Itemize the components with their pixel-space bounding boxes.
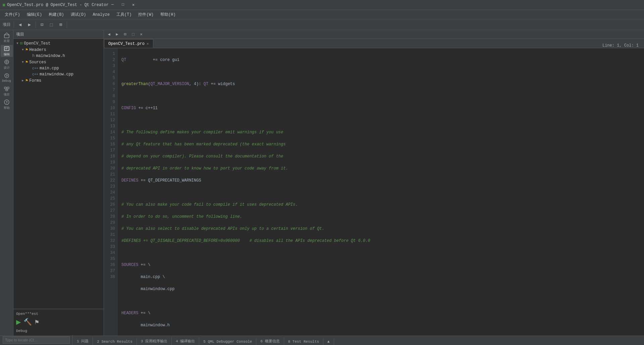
debug-label: Debug [2,79,11,83]
code-line-24 [121,334,644,336]
root-icon: ⊡ [20,41,22,46]
maximize-button[interactable]: □ [119,2,127,8]
build-button[interactable]: 🔨 [23,318,32,326]
menu-tools[interactable]: 工具(T) [113,10,135,19]
bottom-tab-search-results[interactable]: 2 Search Results [93,338,137,345]
code-line-2 [121,69,644,75]
code-line-17 [121,250,644,256]
root-name: OpenCV_Test [24,41,50,46]
code-content[interactable]: QT += core gui greaterThan(QT_MAJOR_VERS… [117,48,644,336]
tab-close[interactable]: ✕ [138,31,145,38]
tab-opencv-test-pro[interactable]: OpenCV_Test.pro ✕ [104,39,153,48]
menu-controls[interactable]: 控件(W) [135,10,157,19]
tree-mainwindow-h[interactable]: h mainwindow.h [13,53,104,59]
tree-mainwindow-cpp[interactable]: c++ mainwindow.cpp [13,71,104,77]
nav-forward-button[interactable]: ▶ [25,20,34,29]
code-line-8: # any Qt feature that has been marked de… [121,141,644,147]
code-line-13: # You can also make your code fail to co… [121,202,644,208]
title-bar: ▣ OpenCV_Test.pro @ OpenCV_Test - Qt Cre… [0,0,644,10]
menu-edit[interactable]: 编辑(E) [23,10,46,19]
tree-forms-folder[interactable]: ▶ ⚑ Forms [13,77,104,84]
sidebar-welcome[interactable]: 欢迎 [1,31,13,44]
code-line-5: CONFIG += c++11 [121,105,644,111]
nav-back-button[interactable]: ◀ [16,20,24,29]
sources-label: Sources [29,60,46,65]
tree-headers-folder[interactable]: ▼ ⚑ Headers [13,47,104,53]
toolbar-sep-3 [67,21,67,28]
debug-config-label: Open***est [16,312,101,316]
menu-debug[interactable]: 调试(D) [67,10,90,19]
bottom-tab-problems[interactable]: 1 问题 [73,337,93,345]
toolbar-btn-1[interactable]: ⊡ [38,20,46,29]
design-label: 设计 [4,66,10,70]
sources-arrow: ▼ [20,61,25,64]
tab-label: OpenCV_Test.pro [108,42,145,46]
bottom-tab-app-output[interactable]: 3 应用程序输出 [137,337,172,345]
mainwindow-cpp-label: mainwindow.cpp [40,72,73,77]
sidebar-help[interactable]: ? 帮助 [1,98,13,111]
tree-root[interactable]: ▼ ⊡ OpenCV_Test [13,40,104,47]
toolbar-sep-2 [36,21,36,28]
menu-file[interactable]: 文件(F) [1,10,23,19]
code-line-9: # depend on your compiler). Please consu… [121,153,644,159]
code-line-23: mainwindow.h [121,322,644,328]
code-line-6 [121,117,644,123]
cpp-file-icon-2: c++ [32,73,38,76]
search-input[interactable] [3,336,70,344]
bottom-tab-compile-output[interactable]: 4 编译输出 [172,337,199,345]
code-line-10: # deprecated API in order to know how to… [121,165,644,171]
line-numbers: 12345 678910 1112131415 1617181920 21222… [104,48,117,336]
sidebar-project[interactable]: 项目 [1,85,13,97]
edit-icon [4,46,10,52]
toolbar-btn-3[interactable]: ⊞ [56,20,65,29]
bottom-tab-arrow[interactable]: ▲ [323,338,334,345]
root-arrow: ▼ [15,42,20,45]
debug-icon [4,73,10,79]
code-line-16: #DEFINES += QT_DISABLE_DEPRECATED_BEFORE… [121,238,644,244]
toolbar-sep-1 [14,21,14,28]
bottom-tab-test-results[interactable]: 8 Test Results [284,338,323,345]
forms-label: Forms [29,78,41,83]
menu-analyze[interactable]: Analyze [89,11,113,18]
headers-label: Headers [29,48,46,52]
headers-icon: ⚑ [25,47,28,52]
project-panel-header: 项目 [13,30,104,39]
code-line-3: greaterThan(QT_MAJOR_VERSION, 4): QT += … [121,81,644,87]
menu-help[interactable]: 帮助(H) [157,10,179,19]
sidebar-edit[interactable]: 编辑 [1,45,13,57]
svg-rect-8 [4,87,6,89]
svg-rect-10 [6,89,8,91]
svg-rect-0 [4,35,9,38]
tab-nav-forward[interactable]: ▶ [113,31,121,38]
menu-build[interactable]: 构建(B) [45,10,67,19]
svg-point-7 [5,74,9,78]
mw-cpp-arrow [27,73,32,76]
tab-split[interactable]: ⊡ [121,31,129,38]
main-cpp-label: main.cpp [40,66,59,71]
tab-vsplit[interactable]: ⬚ [129,31,137,38]
close-button[interactable]: ✕ [129,2,137,8]
bottom-tab-qml-debugger[interactable]: 5 QML Debugger Console [199,338,256,345]
app-title: OpenCV_Test.pro @ OpenCV_Test - Qt Creat… [7,3,108,7]
code-line-1: QT += core gui [121,57,644,63]
debug-run-button[interactable]: ⚑ [35,318,39,326]
tab-close-btn[interactable]: ✕ [147,42,149,46]
tab-nav-back[interactable]: ◀ [105,31,113,38]
sidebar-debug[interactable]: Debug [1,72,13,84]
help-icon: ? [4,99,10,105]
project-panel-title: 项目 [16,31,24,37]
tree-main-cpp[interactable]: c++ main.cpp [13,65,104,71]
edit-label: 编辑 [4,52,10,57]
project-tree: ▼ ⊡ OpenCV_Test ▼ ⚑ Headers h mainwindow… [13,39,104,309]
bottom-tab-summary[interactable]: 6 概要信息 [256,337,284,345]
code-line-14: # In order to do so, uncomment the follo… [121,214,644,220]
svg-text:?: ? [5,101,7,105]
minimize-button[interactable]: ─ [109,2,116,8]
sidebar-design[interactable]: 设计 [1,58,13,70]
toolbar-btn-2[interactable]: ⬚ [47,20,56,29]
bottom-tabs: 1 问题 2 Search Results 3 应用程序输出 4 编译输出 5 … [0,336,644,345]
tab-bar: OpenCV_Test.pro ✕ Line: 1, Col: 1 [104,39,644,48]
run-button[interactable]: ▶ [16,317,21,327]
main-cpp-arrow [27,67,32,70]
tree-sources-folder[interactable]: ▼ ⚑ Sources [13,59,104,65]
